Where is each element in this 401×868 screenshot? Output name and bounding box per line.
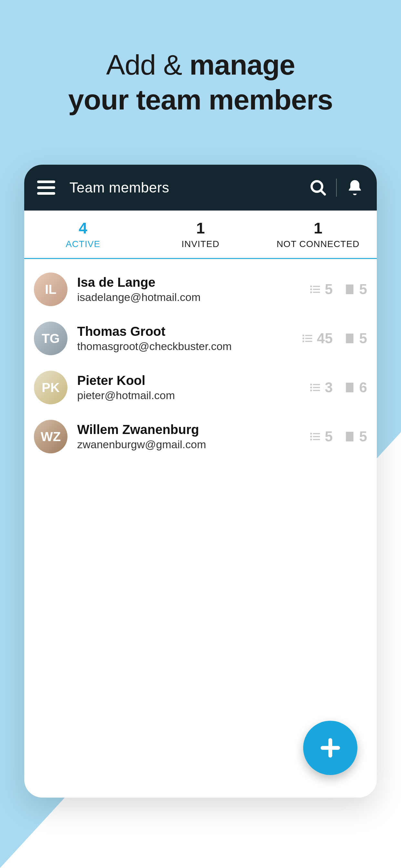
appbar-title: Team members [69,180,309,196]
avatar: WZ [34,420,67,454]
building-icon [343,430,356,443]
svg-rect-18 [310,390,312,392]
member-row[interactable]: PKPieter Koolpieter@hotmail.com36 [24,363,377,412]
tab-not-connected[interactable]: 1 NOT CONNECTED [259,211,377,258]
search-icon [309,179,327,197]
svg-rect-2 [310,285,312,287]
member-stats: 55 [309,281,367,298]
svg-rect-13 [305,341,312,342]
building-count: 5 [359,330,367,346]
member-email: zwanenburgw@gmail.com [77,438,299,451]
building-icon [343,381,356,394]
building-count: 5 [359,281,367,298]
building-count-stat: 5 [343,429,367,445]
tab-not-connected-count: 1 [314,219,322,237]
svg-rect-21 [313,433,320,434]
member-row[interactable]: WZWillem Zwanenburgzwanenburgw@gmail.com… [24,412,377,461]
svg-rect-6 [310,291,312,293]
menu-button[interactable] [37,181,55,195]
avatar: TG [34,321,67,355]
notifications-button[interactable] [346,179,364,197]
plus-icon [319,736,342,760]
svg-rect-15 [313,384,320,385]
svg-rect-24 [310,439,312,440]
list-count: 5 [325,281,333,298]
svg-rect-14 [310,383,312,385]
svg-rect-16 [310,387,312,389]
svg-rect-7 [313,292,320,293]
member-row[interactable]: TGThomas Grootthomasgroot@checkbuster.co… [24,314,377,363]
svg-rect-8 [303,335,304,336]
list-icon [309,430,321,443]
svg-rect-9 [305,335,312,336]
appbar-actions [309,179,364,197]
building-count: 5 [359,429,367,445]
building-icon [343,283,356,296]
hero-line2: your team members [0,83,401,116]
list-count-stat: 45 [301,330,333,346]
list-count: 5 [325,429,333,445]
phone-frame: Team members 4 ACTIVE 1 INVITED 1 NOT CO… [24,165,377,798]
svg-rect-22 [310,436,312,438]
list-count: 3 [325,379,333,396]
member-row[interactable]: ILIsa de Langeisadelange@hotmail.com55 [24,265,377,314]
svg-rect-17 [313,387,320,388]
list-count-stat: 5 [309,281,333,298]
svg-rect-4 [310,289,312,290]
add-member-button[interactable] [303,721,358,775]
avatar: PK [34,371,67,404]
building-count: 6 [359,379,367,396]
member-list: ILIsa de Langeisadelange@hotmail.com55TG… [24,259,377,467]
tab-active-label: ACTIVE [66,239,100,249]
list-icon [309,283,321,296]
appbar-divider [336,179,337,197]
tab-invited-count: 1 [196,219,205,237]
hero-line1-bold: manage [189,49,295,81]
member-email: pieter@hotmail.com [77,389,299,402]
svg-rect-19 [313,390,320,391]
list-count-stat: 3 [309,379,333,396]
member-stats: 36 [309,379,367,396]
building-count-stat: 5 [343,330,367,346]
search-button[interactable] [309,179,327,197]
member-info: Pieter Koolpieter@hotmail.com [77,373,299,402]
tab-invited[interactable]: 1 INVITED [142,211,259,258]
list-count-stat: 5 [309,429,333,445]
member-stats: 55 [309,429,367,445]
hero-line1-light: Add & [106,49,189,81]
member-name: Thomas Groot [77,324,291,339]
member-email: isadelange@hotmail.com [77,291,299,304]
member-email: thomasgroot@checkbuster.com [77,340,291,352]
svg-rect-11 [305,338,312,339]
svg-rect-3 [313,286,320,287]
tab-invited-label: INVITED [181,239,219,249]
list-icon [301,332,314,345]
member-name: Isa de Lange [77,275,299,290]
tab-active[interactable]: 4 ACTIVE [24,211,142,258]
svg-rect-25 [313,439,320,440]
svg-line-1 [321,190,325,194]
building-count-stat: 5 [343,281,367,298]
svg-rect-5 [313,289,320,290]
tab-not-connected-label: NOT CONNECTED [277,239,360,249]
member-name: Pieter Kool [77,373,299,388]
member-info: Thomas Grootthomasgroot@checkbuster.com [77,324,291,352]
building-icon [343,332,356,345]
member-stats: 455 [301,330,367,346]
svg-rect-12 [303,341,304,342]
svg-rect-23 [313,436,320,437]
svg-rect-10 [303,338,304,339]
list-count: 45 [317,330,333,346]
tabs: 4 ACTIVE 1 INVITED 1 NOT CONNECTED [24,211,377,259]
tab-active-count: 4 [79,219,88,237]
avatar: IL [34,273,67,306]
member-info: Isa de Langeisadelange@hotmail.com [77,275,299,304]
building-count-stat: 6 [343,379,367,396]
member-info: Willem Zwanenburgzwanenburgw@gmail.com [77,423,299,451]
member-name: Willem Zwanenburg [77,423,299,437]
app-bar: Team members [24,165,377,211]
list-icon [309,381,321,394]
bell-icon [346,179,364,197]
hero-heading: Add & manage your team members [0,49,401,116]
svg-rect-20 [310,433,312,434]
